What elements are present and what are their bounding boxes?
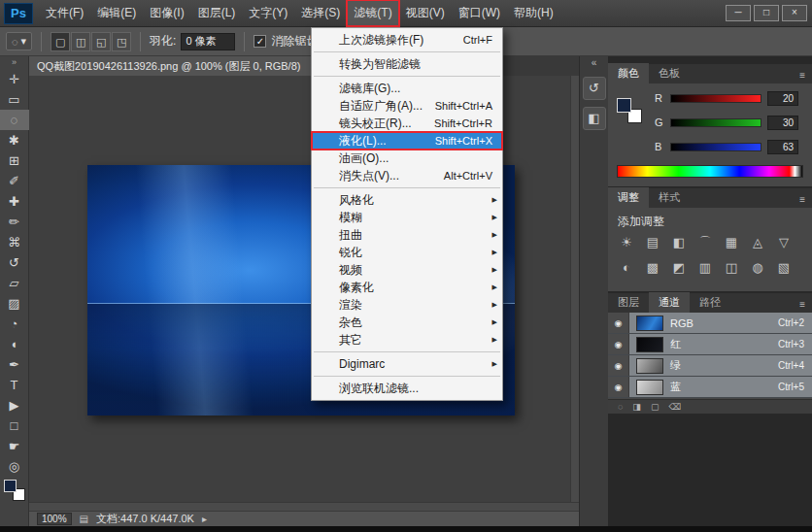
- quick-selection-tool[interactable]: ✱: [0, 130, 29, 150]
- menu-item-stylize[interactable]: 风格化 ▶: [312, 191, 502, 209]
- tool-preset-picker[interactable]: ◌ ▾: [6, 32, 32, 50]
- channel-row-blue[interactable]: ◉ 蓝 Ctrl+5: [608, 377, 812, 398]
- red-value-field[interactable]: 20: [767, 91, 798, 106]
- status-arrow-icon[interactable]: ▸: [202, 514, 207, 524]
- history-brush-tool[interactable]: ↺: [0, 252, 29, 273]
- menu-item-distort[interactable]: 扭曲 ▶: [312, 226, 502, 244]
- red-slider[interactable]: [670, 94, 761, 103]
- threshold-icon[interactable]: ▧: [775, 259, 793, 276]
- menu-item-other[interactable]: 其它 ▶: [312, 331, 502, 349]
- load-selection-icon[interactable]: ◌: [618, 402, 623, 412]
- vertical-scrollbar[interactable]: [570, 76, 579, 511]
- color-lookup-icon[interactable]: ▥: [696, 259, 714, 276]
- menu-item-sharpen[interactable]: 锐化 ▶: [312, 244, 502, 261]
- channel-row-green[interactable]: ◉ 绿 Ctrl+4: [608, 355, 812, 377]
- panel-color-swatches[interactable]: [617, 98, 642, 123]
- menu-item-browse-filters-online[interactable]: 浏览联机滤镜...: [312, 380, 502, 397]
- visibility-toggle[interactable]: ◉: [608, 313, 629, 333]
- menubar-item-file[interactable]: 文件(F): [39, 0, 90, 26]
- tab-color[interactable]: 颜色: [608, 63, 649, 83]
- menu-item-vanishing-point[interactable]: 消失点(V)... Alt+Ctrl+V: [312, 167, 502, 184]
- menubar-item-window[interactable]: 窗口(W): [452, 0, 507, 26]
- tab-styles[interactable]: 样式: [649, 187, 690, 208]
- blue-value-field[interactable]: 63: [767, 140, 798, 154]
- foreground-color-swatch[interactable]: [617, 98, 631, 113]
- menu-item-convert-smart-filters[interactable]: 转换为智能滤镜: [312, 55, 502, 73]
- shape-tool[interactable]: □: [0, 416, 29, 436]
- rectangular-marquee-tool[interactable]: ▭: [0, 89, 29, 110]
- tab-channels[interactable]: 通道: [649, 292, 690, 313]
- menu-item-oil-paint[interactable]: 油画(O)...: [312, 150, 502, 167]
- visibility-toggle[interactable]: ◉: [608, 355, 629, 376]
- foreground-color-swatch[interactable]: [4, 480, 17, 492]
- menubar-item-filter[interactable]: 滤镜(T): [347, 0, 398, 26]
- menu-item-blur[interactable]: 模糊 ▶: [312, 209, 502, 226]
- zoom-tool[interactable]: ◎: [0, 456, 29, 477]
- menu-item-digimarc[interactable]: Digimarc ▶: [312, 355, 502, 373]
- visibility-toggle[interactable]: ◉: [608, 377, 629, 397]
- properties-panel-icon[interactable]: ◧: [583, 107, 606, 130]
- subtract-selection-button[interactable]: ◱: [91, 32, 111, 51]
- healing-brush-tool[interactable]: ✚: [0, 191, 29, 212]
- dock-collapse-icon[interactable]: «: [592, 56, 597, 70]
- menu-item-last-filter[interactable]: 上次滤镜操作(F) Ctrl+F: [312, 31, 502, 49]
- menu-item-adaptive-wide-angle[interactable]: 自适应广角(A)... Shift+Ctrl+A: [312, 97, 502, 115]
- menu-item-video[interactable]: 视频 ▶: [312, 261, 502, 279]
- menu-item-lens-correction[interactable]: 镜头校正(R)... Shift+Ctrl+R: [312, 115, 502, 132]
- tab-swatches[interactable]: 色板: [649, 63, 690, 83]
- move-tool[interactable]: ✛: [0, 69, 29, 89]
- menu-item-filter-gallery[interactable]: 滤镜库(G)...: [312, 80, 502, 97]
- antialias-checkbox[interactable]: ✓: [254, 35, 266, 48]
- clone-stamp-tool[interactable]: ⌘: [0, 232, 29, 252]
- intersect-selection-button[interactable]: ◳: [112, 32, 131, 51]
- levels-icon[interactable]: ▤: [644, 234, 661, 250]
- brightness-contrast-icon[interactable]: ☀: [618, 234, 635, 250]
- green-value-field[interactable]: 30: [767, 116, 798, 130]
- dodge-tool[interactable]: ◖: [0, 334, 29, 354]
- crop-tool[interactable]: ⊞: [0, 150, 29, 171]
- lasso-tool[interactable]: ◌: [0, 110, 29, 130]
- menu-item-liquify[interactable]: 液化(L)... Shift+Ctrl+X: [312, 132, 502, 150]
- color-balance-icon[interactable]: ▽: [775, 234, 793, 250]
- menubar-item-select[interactable]: 选择(S): [294, 0, 347, 26]
- zoom-level-field[interactable]: 100%: [37, 513, 72, 525]
- eyedropper-tool[interactable]: ✐: [0, 171, 29, 191]
- gradient-tool[interactable]: ▨: [0, 293, 29, 314]
- document-tab[interactable]: QQ截图20190426113926.png @ 100% (图层 0, RGB…: [29, 56, 325, 76]
- toolbox-collapse-icon[interactable]: »: [12, 56, 17, 69]
- delete-channel-icon[interactable]: ⌫: [668, 402, 681, 412]
- channel-row-rgb[interactable]: ◉ RGB Ctrl+2: [608, 313, 812, 334]
- photo-filter-icon[interactable]: ▩: [644, 259, 661, 276]
- hue-saturation-icon[interactable]: ◬: [749, 234, 766, 250]
- vibrance-icon[interactable]: ▦: [723, 234, 740, 250]
- menu-item-noise[interactable]: 杂色 ▶: [312, 314, 502, 331]
- visibility-toggle[interactable]: ◉: [608, 334, 629, 354]
- horizontal-scrollbar[interactable]: [29, 502, 579, 511]
- history-panel-icon[interactable]: ↺: [583, 77, 606, 100]
- close-button[interactable]: ×: [782, 5, 807, 21]
- minimize-button[interactable]: ─: [726, 5, 751, 21]
- panel-menu-icon[interactable]: ≡: [793, 67, 812, 83]
- tab-adjustments[interactable]: 调整: [608, 187, 649, 208]
- exposure-icon[interactable]: ⌒: [696, 234, 714, 250]
- menubar-item-help[interactable]: 帮助(H): [507, 0, 560, 26]
- menubar-item-image[interactable]: 图像(I): [143, 0, 190, 26]
- menubar-item-view[interactable]: 视图(V): [399, 0, 452, 26]
- brush-tool[interactable]: ✏: [0, 212, 29, 232]
- channel-row-red[interactable]: ◉ 红 Ctrl+3: [608, 334, 812, 355]
- maximize-button[interactable]: □: [754, 5, 779, 21]
- menubar-item-edit[interactable]: 编辑(E): [90, 0, 143, 26]
- invert-icon[interactable]: ◫: [723, 259, 740, 276]
- menubar-item-layer[interactable]: 图层(L): [191, 0, 243, 26]
- tab-paths[interactable]: 路径: [690, 292, 730, 313]
- new-channel-icon[interactable]: ▢: [651, 402, 660, 412]
- posterize-icon[interactable]: ◍: [749, 259, 766, 276]
- blur-tool[interactable]: ◔: [0, 314, 29, 334]
- color-swatches[interactable]: [4, 480, 25, 501]
- type-tool[interactable]: T: [0, 375, 29, 395]
- color-spectrum-bar[interactable]: [617, 165, 803, 178]
- green-slider[interactable]: [670, 118, 761, 127]
- blue-slider[interactable]: [670, 143, 761, 151]
- panel-menu-icon[interactable]: ≡: [793, 191, 812, 208]
- save-selection-icon[interactable]: ◨: [632, 402, 641, 412]
